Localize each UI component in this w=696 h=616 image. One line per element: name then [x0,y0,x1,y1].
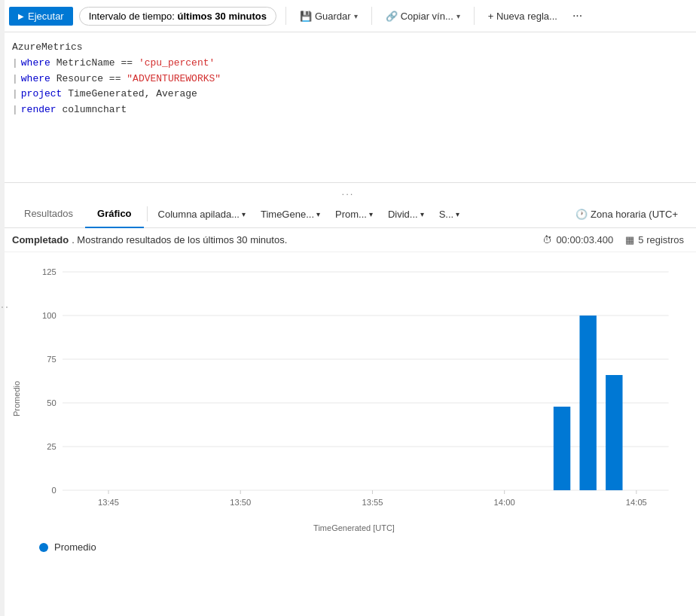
svg-text:14:00: 14:00 [494,498,515,507]
code-op-2: == [103,72,127,87]
timezone-label: Zona horaria (UTC+ [591,209,678,220]
code-line-3: | project TimeGenerated, Average [12,87,684,102]
chart-area: Promedio [0,252,696,532]
chart-inner: 125 100 75 50 25 0 13:45 13:50 13:55 14:… [24,264,684,532]
copy-label: Copiar vín... [401,11,453,22]
code-value-1: 'cpu_percent' [139,56,215,72]
legend-label: Promedio [54,541,96,553]
svg-text:100: 100 [42,311,56,320]
status-bar: Completado . Mostrando resultados de los… [0,228,696,252]
new-rule-button[interactable]: + Nueva regla... [484,8,562,25]
svg-text:13:55: 13:55 [362,498,383,507]
y-axis-label: Promedio [12,285,21,511]
code-space-2 [50,72,56,87]
run-label: Ejecutar [28,11,64,22]
tabs-separator [147,206,148,221]
divid-dropdown[interactable]: Divid... ▾ [380,203,432,226]
code-pipe-1: | [12,56,18,72]
timegen-label: TimeGene... [261,209,314,220]
status-time: ⏱ 00:00:03.400 [542,234,613,245]
code-value-2: "ADVENTUREWORKS" [127,72,221,87]
more-options-button[interactable]: ··· [568,6,587,26]
toolbar: ▶ Ejecutar Intervalo de tiempo: últimos … [0,0,696,32]
more-icon: ··· [572,9,582,22]
code-op-1: == [115,56,139,72]
code-keyword-1: where [21,56,50,72]
svg-text:25: 25 [47,442,56,451]
s-caret-icon: ▾ [456,210,459,218]
code-ellipsis: ... [0,183,696,200]
run-button[interactable]: ▶ Ejecutar [9,7,73,26]
toolbar-separator-3 [474,7,475,25]
link-icon: 🔗 [386,11,398,22]
status-clock-icon: ⏱ [542,234,552,245]
save-caret-icon: ▾ [354,12,358,20]
svg-text:75: 75 [47,355,56,364]
col-stacked-dropdown[interactable]: Columna apilada... ▾ [151,203,253,226]
time-range-picker[interactable]: Intervalo de tiempo: últimos 30 minutos [79,7,276,26]
svg-text:14:05: 14:05 [626,498,647,507]
col-stacked-label: Columna apilada... [158,209,240,220]
code-editor[interactable]: AzureMetrics | where MetricName == 'cpu_… [0,32,696,183]
code-table-name: AzureMetrics [12,40,83,56]
prom-caret-icon: ▾ [369,210,373,218]
status-records: ▦ 5 registros [625,234,684,245]
legend-dot [39,543,48,552]
code-line-2: | where Resource == "ADVENTUREWORKS" [12,72,684,87]
code-rest-4: columnchart [56,102,127,118]
play-icon: ▶ [18,12,24,20]
chart-svg: 125 100 75 50 25 0 13:45 13:50 13:55 14:… [24,264,684,520]
code-line-4: | render columnchart [12,102,684,118]
timegen-dropdown[interactable]: TimeGene... ▾ [253,203,328,226]
time-range-value: últimos 30 minutos [178,11,267,22]
code-space-1 [50,56,56,72]
prom-label: Prom... [335,209,367,220]
x-axis-label: TimeGenerated [UTC] [24,523,684,532]
svg-text:13:50: 13:50 [230,498,251,507]
tab-results[interactable]: Resultados [12,200,85,228]
code-keyword-4: render [21,102,56,118]
tabs-bar: Resultados Gráfico Columna apilada... ▾ … [0,200,696,228]
new-rule-label: + Nueva regla... [488,11,557,22]
status-message: . Mostrando resultados de los últimos 30… [72,234,287,245]
code-keyword-3: project [21,87,63,102]
save-label: Guardar [315,11,351,22]
code-line-table: AzureMetrics [12,40,684,56]
svg-text:13:45: 13:45 [98,498,119,507]
timezone-clock-icon: 🕐 [575,209,588,220]
divid-label: Divid... [388,209,418,220]
code-rest-3: TimeGenerated, Average [62,87,197,102]
code-pipe-4: | [12,102,18,118]
svg-text:50: 50 [47,398,56,407]
s-label: S... [439,209,454,220]
chart-legend: Promedio [0,532,696,565]
code-pipe-3: | [12,87,18,102]
s-dropdown[interactable]: S... ▾ [432,203,468,226]
code-field-2: Resource [56,72,103,87]
status-records-icon: ▦ [625,234,634,245]
toolbar-separator-2 [371,7,372,25]
time-range-prefix: Intervalo de tiempo: [89,11,178,22]
col-stacked-caret-icon: ▾ [242,210,246,218]
copy-link-button[interactable]: 🔗 Copiar vín... ▾ [381,8,465,25]
code-keyword-2: where [21,72,50,87]
copy-caret-icon: ▾ [456,12,460,20]
status-records-value: 5 registros [638,234,684,245]
tab-grafico[interactable]: Gráfico [85,200,144,228]
save-button[interactable]: 💾 Guardar ▾ [295,8,362,25]
chart-container: Promedio [12,264,684,532]
status-time-value: 00:00:03.400 [556,234,613,245]
timegen-caret-icon: ▾ [316,210,320,218]
prom-dropdown[interactable]: Prom... ▾ [328,203,380,226]
bar-2 [579,316,596,490]
toolbar-separator-1 [285,7,286,25]
status-completed: Completado [12,234,69,245]
code-field-1: MetricName [56,56,115,72]
svg-text:125: 125 [42,267,56,276]
tabs-right: 🕐 Zona horaria (UTC+ [569,204,684,224]
chart-svg-element: 125 100 75 50 25 0 13:45 13:50 13:55 14:… [24,264,684,520]
timezone-button[interactable]: 🕐 Zona horaria (UTC+ [569,204,684,224]
divid-caret-icon: ▾ [420,210,424,218]
bar-1 [554,407,570,490]
svg-text:0: 0 [52,486,56,495]
